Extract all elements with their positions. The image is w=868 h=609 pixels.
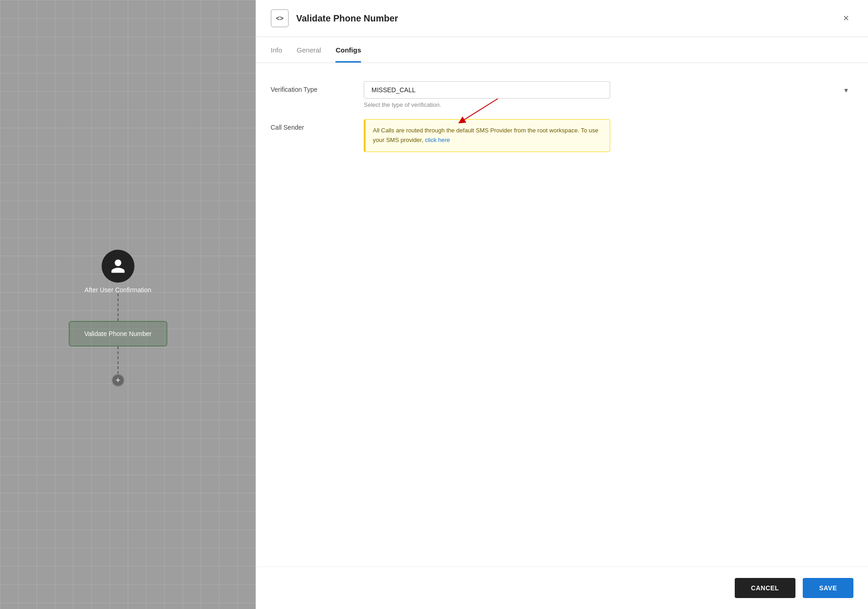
dialog-title: Validate Phone Number [296,13,831,24]
user-node [101,250,134,283]
call-sender-control: All Calls are routed through the default… [364,119,853,152]
warning-box: All Calls are routed through the default… [364,119,610,152]
dialog-body: Verification Type MISSED_CALL OTP SMS ▾ … [256,63,868,567]
user-node-label: After User Confirmation [84,286,151,294]
workflow-canvas: After User Confirmation Validate Phone N… [0,0,256,609]
warning-text: All Calls are routed through the default… [373,127,598,143]
code-icon: <> [276,15,283,22]
dialog-panel: <> Validate Phone Number × Info General … [256,0,868,609]
code-icon-button[interactable]: <> [271,9,289,27]
call-sender-row: Call Sender All Calls are routed through… [271,119,853,152]
verification-type-row: Verification Type MISSED_CALL OTP SMS ▾ … [271,81,853,108]
call-sender-label: Call Sender [271,119,353,131]
validate-node[interactable]: Validate Phone Number [69,321,167,346]
connector-line-1 [117,294,118,321]
add-icon: + [115,376,120,384]
verification-type-select-wrapper: MISSED_CALL OTP SMS ▾ [364,81,853,99]
user-icon [110,258,126,274]
select-arrow-icon: ▾ [844,86,848,94]
add-node-button[interactable]: + [111,374,124,387]
connector-line-2 [117,346,118,374]
close-button[interactable]: × [839,11,853,26]
validate-node-label: Validate Phone Number [84,330,152,337]
tab-general[interactable]: General [297,37,321,63]
close-icon: × [843,13,849,23]
dialog-footer: CANCEL SAVE [256,567,868,609]
tab-configs[interactable]: Configs [335,37,361,63]
tabs-bar: Info General Configs [256,37,868,63]
verification-type-control: MISSED_CALL OTP SMS ▾ Select the type of… [364,81,853,108]
tab-info[interactable]: Info [271,37,282,63]
cancel-button[interactable]: CANCEL [735,578,795,598]
dialog-header: <> Validate Phone Number × [256,0,868,37]
verification-type-label: Verification Type [271,81,353,93]
verification-type-helper: Select the type of verification. [364,101,853,108]
canvas-content: After User Confirmation Validate Phone N… [69,250,167,387]
warning-link[interactable]: click here [425,136,450,143]
save-button[interactable]: SAVE [803,578,853,598]
verification-type-select[interactable]: MISSED_CALL OTP SMS [364,81,610,99]
